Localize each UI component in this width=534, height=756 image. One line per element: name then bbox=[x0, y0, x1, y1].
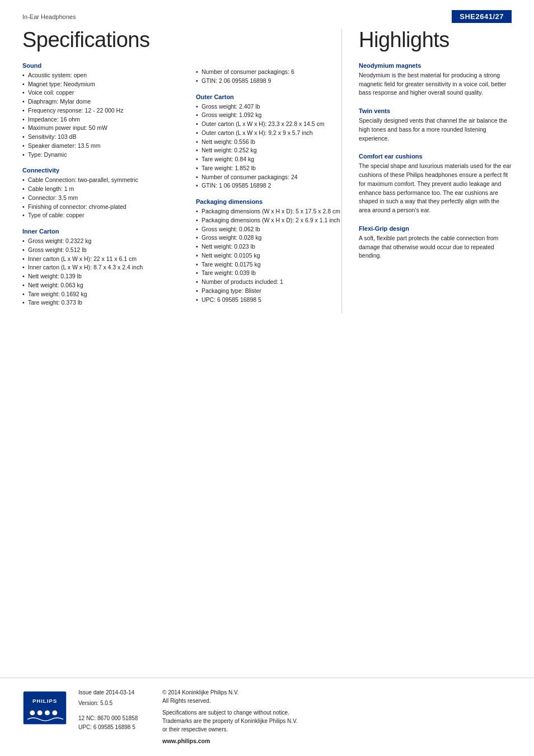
highlight-comfort-text: The special shape and luxurious material… bbox=[359, 162, 512, 215]
left-column: Specifications Sound Acoustic system: op… bbox=[22, 29, 185, 313]
highlight-flexi-title: Flexi-Grip design bbox=[359, 225, 512, 232]
list-item: Tare weight: 0.373 lb bbox=[22, 298, 185, 307]
issue-date-value: 2014-03-14 bbox=[106, 689, 134, 696]
list-item: Diaphragm: Mylar dome bbox=[22, 97, 185, 106]
list-item: Voice coil: copper bbox=[22, 88, 185, 97]
version-label: Version: bbox=[78, 700, 99, 706]
list-item: Gross weight: 1.092 kg bbox=[196, 111, 341, 120]
footer-copyright: © 2014 Koninklijke Philips N.V.All Right… bbox=[162, 688, 512, 705]
highlight-flexi-grip: Flexi-Grip design A soft, flexible part … bbox=[359, 225, 512, 260]
version-value: 5.0.5 bbox=[100, 700, 113, 706]
right-column: Highlights Neodymium magnets Neodymium i… bbox=[341, 29, 512, 313]
footer-legal-text: Specifications are subject to change wit… bbox=[162, 708, 512, 734]
list-item: Inner carton (L x W x H): 22 x 11 x 6.1 … bbox=[22, 255, 185, 264]
outer-carton-section-title: Outer Carton bbox=[196, 94, 341, 100]
middle-column: Number of consumer packagings: 6 GTIN: 2… bbox=[185, 29, 341, 313]
list-item: GTIN: 1 06 09585 16898 2 bbox=[196, 181, 341, 190]
list-item: Connector: 3.5 mm bbox=[22, 194, 185, 203]
footer-website: www.philips.com bbox=[162, 737, 512, 746]
svg-point-4 bbox=[45, 711, 50, 716]
packaging-dimensions-list: Packaging dimensions (W x H x D): 5 x 17… bbox=[196, 207, 341, 304]
list-item: Outer carton (L x W x H): 9.2 x 9 x 5.7 … bbox=[196, 129, 341, 138]
connectivity-list: Cable Connection: two-parallel, symmetri… bbox=[22, 176, 185, 220]
footer-nc: 12 NC: 8670 000 51858 bbox=[78, 714, 151, 723]
list-item: Packaging dimensions (W x H x D): 2 x 6.… bbox=[196, 216, 341, 225]
list-item: Gross weight: 0.512 lb bbox=[22, 246, 185, 255]
footer-legal: © 2014 Koninklijke Philips N.V.All Right… bbox=[162, 688, 512, 746]
list-item: Tare weight: 0.0175 kg bbox=[196, 260, 341, 269]
svg-text:PHILIPS: PHILIPS bbox=[32, 698, 57, 704]
highlight-neodymium-title: Neodymium magnets bbox=[359, 62, 512, 69]
list-item: Gross weight: 0.2322 kg bbox=[22, 237, 185, 246]
list-item: Nett weight: 0.023 lb bbox=[196, 242, 341, 251]
list-item: Number of consumer packagings: 6 bbox=[196, 68, 341, 77]
list-item: Nett weight: 0.556 lb bbox=[196, 138, 341, 147]
list-item: Outer carton (L x W x H): 23.3 x 22.8 x … bbox=[196, 120, 341, 129]
list-item: Inner carton (L x W x H): 8.7 x 4.3 x 2.… bbox=[22, 263, 185, 272]
footer-issue-date: Issue date 2014-03-14 bbox=[78, 688, 151, 697]
list-item: Impedance: 16 ohm bbox=[22, 115, 185, 124]
list-item: Nett weight: 0.252 kg bbox=[196, 146, 341, 155]
packaging-dimensions-section-title: Packaging dimensions bbox=[196, 198, 341, 205]
list-item: Packaging dimensions (W x H x D): 5 x 17… bbox=[196, 207, 341, 216]
footer-meta: Issue date 2014-03-14 Version: 5.0.5 12 … bbox=[78, 688, 151, 732]
svg-point-5 bbox=[52, 711, 57, 716]
list-item: Gross weight: 0.028 kg bbox=[196, 234, 341, 242]
list-item: Acoustic system: open bbox=[22, 71, 185, 80]
highlight-comfort-ear-cushions: Comfort ear cushions The special shape a… bbox=[359, 153, 512, 215]
sound-section-title: Sound bbox=[22, 62, 185, 69]
footer-nc-upc: 12 NC: 8670 000 51858 UPC: 6 09585 16898… bbox=[78, 714, 151, 732]
highlights-title: Highlights bbox=[359, 29, 512, 52]
list-item: Type of cable: copper bbox=[22, 211, 185, 220]
svg-point-2 bbox=[30, 711, 35, 716]
list-item: Cable Connection: two-parallel, symmetri… bbox=[22, 176, 185, 185]
list-item: Frequency response: 12 - 22 000 Hz bbox=[22, 106, 185, 115]
footer-version: Version: 5.0.5 bbox=[78, 699, 151, 707]
footer-upc: UPC: 6 09585 16898 5 bbox=[78, 723, 151, 732]
highlight-twin-vents-title: Twin vents bbox=[359, 108, 512, 114]
list-item: Gross weight: 0.062 lb bbox=[196, 225, 341, 234]
header: In-Ear Headphones SHE2641/27 bbox=[0, 0, 534, 23]
list-item: Cable length: 1 m bbox=[22, 185, 185, 194]
list-item: Sensitivity: 103 dB bbox=[22, 133, 185, 142]
list-item: UPC: 6 09585 16898 5 bbox=[196, 296, 341, 305]
highlight-comfort-title: Comfort ear cushions bbox=[359, 153, 512, 160]
inner-carton-section-title: Inner Carton bbox=[22, 228, 185, 235]
svg-rect-0 bbox=[24, 692, 66, 725]
philips-logo: PHILIPS bbox=[22, 688, 67, 729]
list-item: Nett weight: 0.063 kg bbox=[22, 281, 185, 290]
outer-carton-list: Gross weight: 2.407 lb Gross weight: 1.0… bbox=[196, 102, 341, 191]
list-item: Number of products included: 1 bbox=[196, 278, 341, 287]
highlight-twin-vents-text: Specially designed vents that channel th… bbox=[359, 116, 512, 143]
page-title: Specifications bbox=[22, 29, 185, 52]
list-item: Speaker diameter: 13.5 mm bbox=[22, 142, 185, 151]
highlight-flexi-text: A soft, flexible part protects the cable… bbox=[359, 234, 512, 260]
list-item: Tare weight: 1.852 lb bbox=[196, 164, 341, 173]
list-item: Tare weight: 0.84 kg bbox=[196, 155, 341, 164]
list-item: Nett weight: 0.139 lb bbox=[22, 272, 185, 281]
highlight-neodymium: Neodymium magnets Neodymium is the best … bbox=[359, 62, 512, 97]
sound-list: Acoustic system: open Magnet type: Neody… bbox=[22, 71, 185, 160]
highlight-neodymium-text: Neodymium is the best material for produ… bbox=[359, 71, 512, 97]
list-item: Magnet type: Neodymium bbox=[22, 80, 185, 89]
issue-date-label: Issue date bbox=[78, 689, 104, 696]
list-item: Nett weight: 0.0105 kg bbox=[196, 251, 341, 260]
list-item: Maximum power input: 50 mW bbox=[22, 124, 185, 133]
main-content: Specifications Sound Acoustic system: op… bbox=[0, 29, 534, 313]
svg-point-3 bbox=[38, 711, 43, 716]
consumer-packagings-list: Number of consumer packagings: 6 GTIN: 2… bbox=[196, 68, 341, 86]
list-item: GTIN: 2 06 09585 16898 9 bbox=[196, 77, 341, 86]
list-item: Tare weight: 0.039 lb bbox=[196, 269, 341, 278]
list-item: Finishing of connector: chrome-plated bbox=[22, 203, 185, 212]
footer: PHILIPS Issue date 2014-03-14 Version: 5… bbox=[0, 678, 534, 756]
list-item: Number of consumer packagings: 24 bbox=[196, 173, 341, 182]
inner-carton-list: Gross weight: 0.2322 kg Gross weight: 0.… bbox=[22, 237, 185, 307]
highlight-twin-vents: Twin vents Specially designed vents that… bbox=[359, 108, 512, 143]
product-type: In-Ear Headphones bbox=[22, 13, 76, 20]
list-item: Tare weight: 0.1692 kg bbox=[22, 290, 185, 299]
connectivity-section-title: Connectivity bbox=[22, 167, 185, 174]
list-item: Packaging type: Blister bbox=[196, 287, 341, 296]
page: In-Ear Headphones SHE2641/27 Specificati… bbox=[0, 0, 534, 756]
list-item: Type: Dynamic bbox=[22, 151, 185, 160]
model-badge: SHE2641/27 bbox=[452, 10, 512, 23]
